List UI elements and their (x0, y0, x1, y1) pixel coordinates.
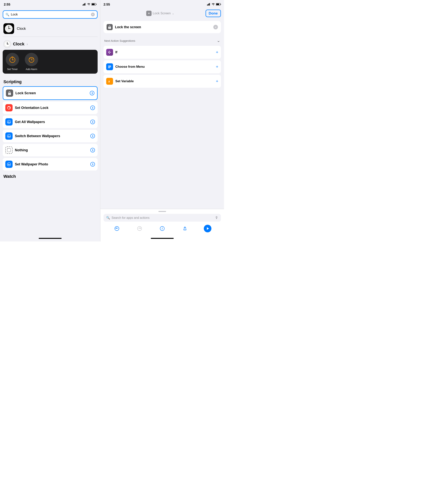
clock-app-icon: 12 3 6 9 (3, 23, 14, 34)
search-container: 🔍 Lock × (0, 8, 100, 21)
scripting-section-title: Scripting (3, 77, 98, 86)
done-button[interactable]: Done (206, 9, 221, 17)
info-button[interactable]: i (158, 225, 166, 232)
undo-button[interactable] (113, 225, 121, 232)
right-nav-bar: Lock Screen ⌄ Done (100, 8, 224, 19)
set-wallpaper-photo-item[interactable]: Set Wallpaper Photo ℹ (3, 158, 98, 171)
orientation-lock-item[interactable]: Set Orientation Lock ℹ (3, 101, 98, 114)
svg-point-19 (7, 44, 8, 44)
bottom-toolbar: i (104, 224, 221, 234)
left-status-bar: 2:55 (0, 0, 100, 8)
search-bar[interactable]: 🔍 Lock × (3, 10, 98, 19)
set-variable-add-button[interactable]: + (216, 79, 218, 84)
lock-screen-item[interactable]: Lock Screen ℹ (3, 86, 98, 100)
svg-point-38 (7, 134, 11, 138)
bottom-search-area: 🔍 Search for apps and actions 🎙 (100, 209, 224, 235)
left-home-bar (39, 238, 62, 239)
share-button[interactable] (181, 225, 189, 232)
left-time: 2:55 (4, 3, 10, 7)
search-clear-button[interactable]: × (91, 13, 95, 16)
svg-point-41 (7, 163, 11, 166)
orientation-lock-icon (5, 104, 13, 111)
get-all-wallpapers-icon (5, 118, 13, 125)
svg-rect-5 (92, 4, 95, 5)
svg-rect-43 (207, 5, 208, 6)
svg-rect-3 (85, 3, 85, 6)
choose-menu-icon (106, 63, 113, 70)
mic-icon[interactable]: 🎙 (215, 216, 218, 220)
wifi-icon (87, 3, 90, 6)
get-all-wallpapers-item[interactable]: Get All Wallpapers ℹ (3, 116, 98, 128)
svg-rect-48 (216, 4, 219, 5)
right-home-bar (151, 238, 174, 239)
get-all-wallpapers-info-button[interactable]: ℹ (90, 120, 95, 124)
svg-text:12: 12 (8, 26, 9, 27)
lock-screen-label: Lock Screen (16, 91, 88, 95)
choose-menu-add-button[interactable]: + (216, 64, 218, 69)
clock-app-row[interactable]: 12 3 6 9 Clock (3, 21, 98, 37)
svg-rect-0 (83, 5, 83, 6)
lock-card-title: Lock the screen (115, 25, 211, 29)
suggestions-chevron-icon[interactable]: ⌄ (217, 38, 220, 43)
bottom-search-input[interactable]: Search for apps and actions (112, 216, 213, 220)
if-label: If (115, 50, 214, 54)
clock-app-label: Clock (17, 26, 26, 31)
lock-screen-info-button[interactable]: ℹ (90, 91, 94, 95)
svg-rect-2 (84, 3, 85, 6)
suggestion-choose-menu-item[interactable]: Choose from Menu + (104, 60, 221, 73)
nothing-label: Nothing (15, 148, 88, 152)
right-battery-icon (216, 3, 221, 6)
switch-wallpapers-icon (5, 132, 13, 140)
set-wallpaper-photo-info-button[interactable]: ℹ (90, 162, 95, 166)
switch-wallpapers-item[interactable]: Switch Between Wallpapers ℹ (3, 130, 98, 142)
svg-marker-63 (207, 227, 209, 230)
svg-point-11 (8, 28, 9, 29)
right-home-indicator (100, 235, 224, 242)
set-variable-icon: x (106, 78, 113, 85)
set-variable-label: Set Variable (115, 79, 214, 83)
svg-rect-55 (108, 65, 111, 66)
set-timer-action[interactable]: Set Timer (6, 53, 19, 71)
if-add-button[interactable]: + (216, 50, 218, 55)
right-panel: 2:55 Lock Screen ⌄ (100, 0, 224, 242)
svg-point-29 (31, 59, 32, 60)
right-wifi-icon (212, 3, 215, 6)
svg-rect-57 (108, 67, 110, 68)
nav-title: Lock Screen (153, 11, 171, 15)
switch-wallpapers-info-button[interactable]: ℹ (90, 134, 95, 138)
lock-screen-icon (6, 90, 13, 97)
nothing-item[interactable]: Nothing ℹ (3, 144, 98, 156)
play-button[interactable] (204, 225, 211, 232)
svg-point-42 (8, 164, 9, 164)
add-alarm-label: Add Alarm (26, 68, 37, 71)
nothing-icon (5, 147, 13, 154)
nothing-info-button[interactable]: ℹ (90, 148, 95, 152)
suggestion-set-variable-item[interactable]: x Set Variable + (104, 75, 221, 88)
left-panel: 2:55 🔍 Lock × (0, 0, 100, 242)
lock-card-close-button[interactable]: × (213, 25, 218, 29)
svg-rect-1 (83, 4, 84, 6)
redo-button[interactable] (136, 225, 143, 232)
svg-rect-46 (209, 3, 210, 6)
svg-point-36 (7, 120, 11, 124)
right-status-bar: 2:55 (100, 0, 224, 8)
suggestion-if-item[interactable]: If + (104, 46, 221, 59)
svg-rect-56 (108, 66, 111, 67)
svg-rect-40 (7, 148, 11, 152)
bottom-search-bar[interactable]: 🔍 Search for apps and actions 🎙 (104, 214, 221, 222)
set-wallpaper-photo-label: Set Wallpaper Photo (15, 162, 88, 166)
svg-text:x: x (108, 80, 110, 83)
right-time: 2:55 (104, 3, 110, 7)
orientation-lock-info-button[interactable]: ℹ (90, 106, 95, 110)
svg-rect-45 (208, 3, 209, 6)
add-alarm-action[interactable]: Add Alarm (25, 53, 38, 71)
lock-the-screen-card: Lock the screen × (104, 21, 221, 33)
clock-category-header[interactable]: Clock › (3, 37, 98, 50)
add-alarm-icon (25, 53, 38, 66)
left-scroll-content: 12 3 6 9 Clock Clock › (0, 21, 100, 235)
watch-section-title: Watch (3, 172, 98, 180)
clock-category-chevron: › (27, 42, 28, 46)
search-input[interactable]: Lock (11, 13, 89, 16)
svg-point-39 (8, 135, 9, 136)
left-home-indicator (0, 235, 100, 242)
